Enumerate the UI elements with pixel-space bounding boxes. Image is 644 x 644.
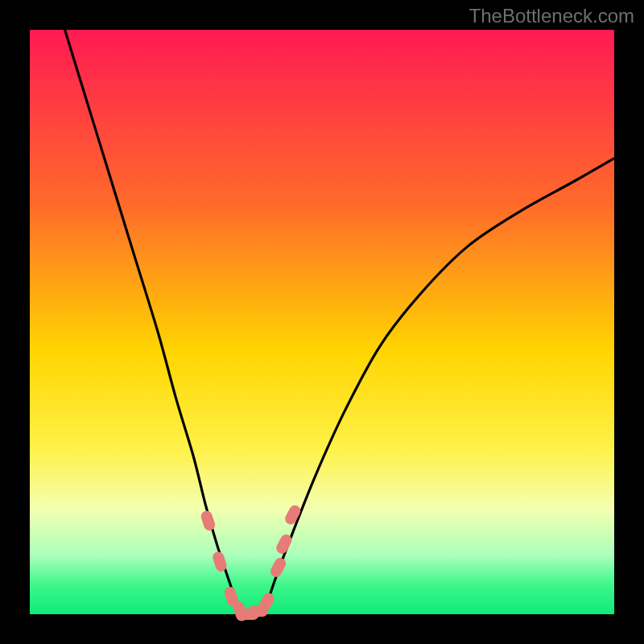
bottleneck-chart (0, 0, 644, 644)
marker-dot (264, 599, 268, 607)
watermark-text: TheBottleneck.com (469, 5, 634, 27)
marker-dot (230, 592, 233, 601)
chart-container: TheBottleneck.com (0, 0, 644, 644)
marker-dot (282, 540, 286, 548)
marker-dot (276, 564, 280, 572)
marker-dot (291, 511, 295, 519)
marker-dot (218, 557, 221, 565)
chart-gradient-area (30, 30, 614, 614)
marker-dot (207, 517, 209, 525)
